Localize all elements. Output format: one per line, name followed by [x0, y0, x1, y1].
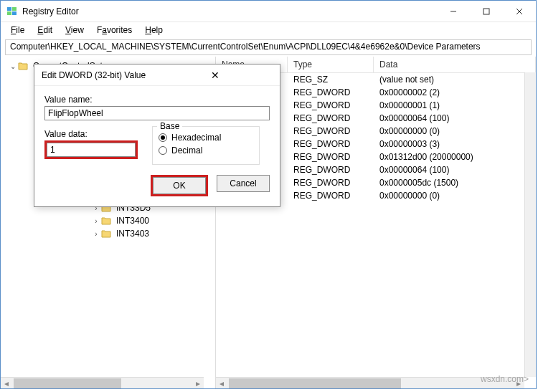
cell-data: 0x0000005dc (1500)	[374, 178, 536, 188]
watermark: wsxdn.com>	[481, 374, 529, 384]
menu-view-label: iew	[71, 25, 84, 35]
tree-label: INT3400	[114, 215, 151, 226]
value-name-label: Value name:	[44, 95, 270, 105]
scrollbar-vertical[interactable]	[524, 72, 536, 377]
cell-type: REG_SZ	[288, 75, 374, 85]
svg-rect-5	[483, 9, 489, 14]
radio-decimal[interactable]: Decimal	[159, 145, 253, 156]
dialog-close-button[interactable]: ✕	[157, 70, 273, 81]
menu-help-label: elp	[151, 25, 163, 35]
svg-rect-0	[7, 7, 11, 11]
base-legend: Base	[157, 121, 182, 131]
scrollbar-thumb[interactable]	[229, 378, 401, 388]
dialog-titlebar: Edit DWORD (32-bit) Value ✕	[34, 64, 280, 86]
scrollbar-horizontal[interactable]: ◂ ▸	[216, 377, 524, 388]
cell-data: 0x00000003 (3)	[374, 139, 536, 149]
cell-type: REG_DWORD	[288, 178, 374, 188]
chevron-right-icon[interactable]: ›	[91, 217, 101, 225]
cell-type: REG_DWORD	[288, 191, 374, 201]
tree-label: INT3403	[114, 228, 151, 239]
value-data-input[interactable]	[47, 143, 136, 157]
cell-type: REG_DWORD	[288, 139, 374, 149]
scrollbar-thumb[interactable]	[14, 378, 121, 388]
edit-dword-dialog: Edit DWORD (32-bit) Value ✕ Value name: …	[34, 64, 280, 207]
svg-rect-1	[12, 7, 16, 11]
tree-node[interactable]: › INT3403	[5, 227, 215, 240]
ok-button[interactable]: OK	[153, 177, 206, 194]
cancel-button[interactable]: Cancel	[217, 175, 270, 192]
window-title: Registry Editor	[22, 6, 437, 16]
close-button[interactable]	[503, 1, 536, 21]
menu-edit[interactable]: Edit	[32, 24, 58, 37]
cell-type: REG_DWORD	[288, 113, 374, 123]
base-group: Base Hexadecimal Decimal	[152, 126, 260, 165]
cell-data: 0x00000000 (0)	[374, 126, 536, 136]
cell-type: REG_DWORD	[288, 126, 374, 136]
registry-editor-window: Registry Editor File Edit View Favorites…	[0, 0, 537, 389]
maximize-button[interactable]	[470, 1, 503, 21]
menu-file-label: ile	[16, 25, 24, 35]
minimize-button[interactable]	[437, 1, 470, 21]
cell-data: (value not set)	[374, 75, 536, 85]
cell-type: REG_DWORD	[288, 152, 374, 162]
ok-highlight: OK	[151, 175, 208, 196]
dec-label: Decimal	[171, 145, 202, 156]
radio-off-icon	[159, 146, 167, 155]
regedit-icon	[6, 6, 18, 17]
address-bar[interactable]: Computer\HKEY_LOCAL_MACHINE\SYSTEM\Curre…	[5, 39, 532, 55]
titlebar: Registry Editor	[1, 1, 536, 22]
menu-view[interactable]: View	[60, 24, 90, 37]
radio-on-icon	[159, 133, 167, 142]
menu-fav-label: vorites	[107, 25, 132, 35]
scrollbar-horizontal[interactable]: ◂ ▸	[1, 377, 204, 388]
header-data[interactable]: Data	[374, 57, 536, 72]
folder-icon	[101, 216, 113, 226]
cell-type: REG_DWORD	[288, 87, 374, 97]
value-data-label: Value data:	[44, 129, 138, 139]
chevron-down-icon[interactable]: ⌄	[8, 62, 18, 70]
menu-help[interactable]: Help	[139, 24, 169, 37]
menu-file[interactable]: File	[5, 24, 30, 37]
svg-rect-3	[12, 11, 16, 15]
scroll-left-icon[interactable]: ◂	[1, 378, 12, 388]
menubar: File Edit View Favorites Help	[1, 22, 536, 38]
cell-data: 0x00000001 (1)	[374, 100, 536, 110]
scroll-right-icon[interactable]: ▸	[192, 378, 204, 388]
cell-data: 0x00000000 (0)	[374, 191, 536, 201]
cell-data: 0x00000064 (100)	[374, 165, 536, 175]
cell-type: REG_DWORD	[288, 100, 374, 110]
cell-data: 0x01312d00 (20000000)	[374, 152, 536, 162]
menu-favorites[interactable]: Favorites	[91, 24, 138, 37]
scroll-left-icon[interactable]: ◂	[216, 378, 227, 388]
svg-rect-2	[7, 11, 11, 15]
cell-data: 0x00000002 (2)	[374, 87, 536, 97]
folder-icon	[18, 61, 29, 71]
value-data-highlight	[44, 140, 138, 159]
tree-node[interactable]: › INT3400	[5, 214, 215, 227]
folder-icon	[101, 229, 113, 239]
chevron-right-icon[interactable]: ›	[91, 230, 101, 238]
menu-edit-label: dit	[43, 25, 52, 35]
header-type[interactable]: Type	[288, 57, 374, 72]
cell-type: REG_DWORD	[288, 165, 374, 175]
cell-data: 0x00000064 (100)	[374, 113, 536, 123]
radio-hexadecimal[interactable]: Hexadecimal	[159, 133, 253, 143]
dialog-title: Edit DWORD (32-bit) Value	[42, 70, 157, 80]
value-name-input[interactable]	[44, 106, 270, 120]
hex-label: Hexadecimal	[171, 133, 221, 143]
